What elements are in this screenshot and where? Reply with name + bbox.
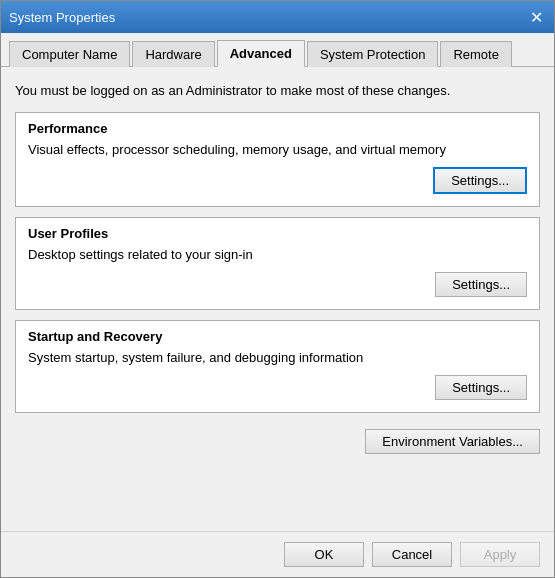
- tab-hardware[interactable]: Hardware: [132, 41, 214, 67]
- startup-recovery-description: System startup, system failure, and debu…: [28, 350, 527, 365]
- tab-remote[interactable]: Remote: [440, 41, 512, 67]
- user-profiles-btn-row: Settings...: [28, 272, 527, 297]
- env-btn-row: Environment Variables...: [15, 429, 540, 454]
- cancel-button[interactable]: Cancel: [372, 542, 452, 567]
- performance-section: Performance Visual effects, processor sc…: [15, 112, 540, 207]
- tab-computer-name[interactable]: Computer Name: [9, 41, 130, 67]
- environment-variables-button[interactable]: Environment Variables...: [365, 429, 540, 454]
- user-profiles-settings-button[interactable]: Settings...: [435, 272, 527, 297]
- tabs-bar: Computer Name Hardware Advanced System P…: [1, 33, 554, 67]
- startup-recovery-section: Startup and Recovery System startup, sys…: [15, 320, 540, 413]
- user-profiles-section: User Profiles Desktop settings related t…: [15, 217, 540, 310]
- ok-button[interactable]: OK: [284, 542, 364, 567]
- startup-recovery-btn-row: Settings...: [28, 375, 527, 400]
- admin-notice: You must be logged on as an Administrato…: [15, 79, 540, 102]
- user-profiles-description: Desktop settings related to your sign-in: [28, 247, 527, 262]
- performance-btn-row: Settings...: [28, 167, 527, 194]
- close-button[interactable]: ✕: [526, 7, 546, 27]
- apply-button[interactable]: Apply: [460, 542, 540, 567]
- tab-system-protection[interactable]: System Protection: [307, 41, 439, 67]
- performance-title: Performance: [28, 121, 527, 136]
- system-properties-window: System Properties ✕ Computer Name Hardwa…: [0, 0, 555, 578]
- main-content: You must be logged on as an Administrato…: [1, 67, 554, 531]
- user-profiles-title: User Profiles: [28, 226, 527, 241]
- startup-recovery-settings-button[interactable]: Settings...: [435, 375, 527, 400]
- startup-recovery-title: Startup and Recovery: [28, 329, 527, 344]
- window-title: System Properties: [9, 10, 115, 25]
- bottom-bar: OK Cancel Apply: [1, 531, 554, 577]
- tab-advanced[interactable]: Advanced: [217, 40, 305, 67]
- title-bar: System Properties ✕: [1, 1, 554, 33]
- performance-description: Visual effects, processor scheduling, me…: [28, 142, 527, 157]
- performance-settings-button[interactable]: Settings...: [433, 167, 527, 194]
